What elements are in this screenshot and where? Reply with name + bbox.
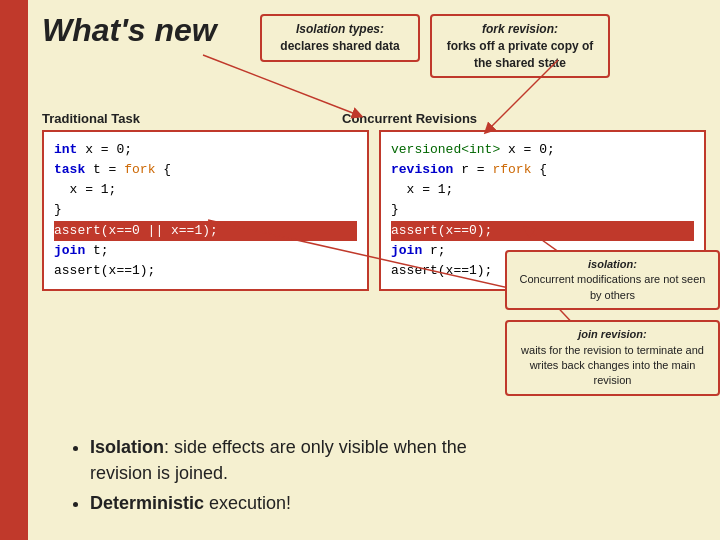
join-revision-title: join revision: bbox=[517, 327, 708, 342]
join-revision-callout: join revision: waits for the revision to… bbox=[505, 320, 720, 396]
trad-line-4: assert(x==0 || x==1); bbox=[54, 221, 357, 241]
left-accent-bar bbox=[0, 0, 28, 540]
conc-line-2: x = 1; bbox=[391, 180, 694, 200]
top-callouts: Isolation types: declares shared data fo… bbox=[260, 14, 720, 78]
bullets-list: Isolation: side effects are only visible… bbox=[70, 434, 520, 520]
isolation-callout-body: Concurrent modifications are not seen by… bbox=[517, 272, 708, 303]
trad-line-6: assert(x==1); bbox=[54, 261, 357, 281]
bullet-isolation: Isolation: side effects are only visible… bbox=[90, 434, 520, 486]
traditional-code-panel: int x = 0; task t = fork { x = 1; } asse… bbox=[42, 130, 369, 291]
fork-revision-callout: fork revision: forks off a private copy … bbox=[430, 14, 610, 78]
page: What's new Isolation types: declares sha… bbox=[0, 0, 720, 540]
section-labels: Traditional Task Concurrent Revisions bbox=[42, 111, 706, 126]
isolation-callout: isolation: Concurrent modifications are … bbox=[505, 250, 720, 310]
bullet-isolation-bold: Isolation bbox=[90, 437, 164, 457]
trad-line-2: x = 1; bbox=[54, 180, 357, 200]
traditional-label: Traditional Task bbox=[42, 111, 332, 126]
conc-line-3: } bbox=[391, 200, 694, 220]
fork-revision-title: fork revision: bbox=[442, 21, 598, 38]
main-content: What's new Isolation types: declares sha… bbox=[28, 0, 720, 540]
bullet-deterministic-bold: Deterministic bbox=[90, 493, 204, 513]
join-revision-body: waits for the revision to terminate and … bbox=[517, 343, 708, 389]
trad-line-3: } bbox=[54, 200, 357, 220]
trad-line-0: int x = 0; bbox=[54, 140, 357, 160]
trad-line-1: task t = fork { bbox=[54, 160, 357, 180]
fork-revision-body: forks off a private copy of the shared s… bbox=[442, 38, 598, 72]
bottom-callouts: isolation: Concurrent modifications are … bbox=[505, 250, 720, 396]
trad-line-5: join t; bbox=[54, 241, 357, 261]
conc-line-0: versioned<int> x = 0; bbox=[391, 140, 694, 160]
bullet-deterministic: Deterministic execution! bbox=[90, 490, 520, 516]
conc-line-4: assert(x==0); bbox=[391, 221, 694, 241]
isolation-types-body: declares shared data bbox=[272, 38, 408, 55]
concurrent-label: Concurrent Revisions bbox=[342, 111, 662, 126]
isolation-types-title: Isolation types: bbox=[272, 21, 408, 38]
conc-line-1: revision r = rfork { bbox=[391, 160, 694, 180]
bullet-deterministic-text: execution! bbox=[204, 493, 291, 513]
isolation-types-callout: Isolation types: declares shared data bbox=[260, 14, 420, 62]
isolation-callout-title: isolation: bbox=[517, 257, 708, 272]
